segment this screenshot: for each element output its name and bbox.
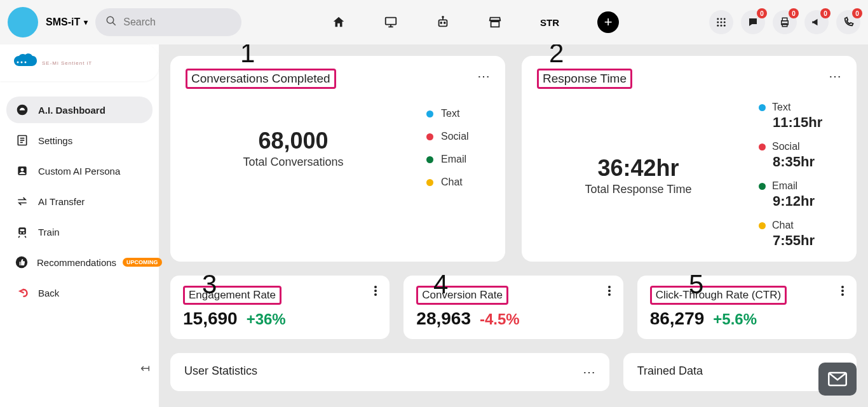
dot-icon — [426, 133, 433, 140]
apps-icon[interactable] — [709, 10, 733, 34]
svg-rect-2 — [386, 18, 397, 25]
svg-point-7 — [444, 22, 445, 23]
resp-text: Text 11:15hr — [759, 102, 841, 131]
more-icon[interactable]: ⋯ — [829, 69, 841, 84]
conversations-value: 68,000 — [186, 128, 401, 154]
dashboard-icon — [15, 103, 29, 116]
response-value: 36:42hr — [537, 155, 740, 182]
back-icon — [15, 286, 29, 299]
svg-point-14 — [721, 22, 722, 23]
dot-icon — [759, 104, 766, 111]
conversion-value: 28,963 — [416, 309, 471, 329]
ctr-value: 86,279 — [650, 309, 705, 329]
resp-chat: Chat 7:55hr — [759, 220, 841, 249]
search-box[interactable] — [95, 8, 241, 36]
card-title: Engagement Rate — [189, 289, 276, 301]
sidebar-item-label: Custom AI Persona — [38, 166, 120, 177]
more-icon[interactable] — [608, 286, 611, 296]
svg-point-12 — [724, 18, 726, 20]
card-title-highlight: Click-Through Rate (CTR) — [650, 286, 787, 305]
card-title: Conversations Completed — [191, 72, 330, 85]
card-title: Response Time — [543, 72, 627, 85]
phone-icon[interactable]: 0 — [836, 10, 860, 34]
legend-social: Social — [426, 131, 490, 142]
card-ctr: Click-Through Rate (CTR) 86,279 +5.6% — [637, 276, 857, 339]
dot-icon — [759, 183, 766, 190]
sidebar-item-label: A.I. Dashboard — [38, 105, 105, 116]
home-icon[interactable] — [332, 15, 346, 29]
svg-point-11 — [721, 18, 722, 20]
more-icon[interactable]: ⋯ — [583, 364, 595, 380]
svg-point-10 — [717, 18, 719, 20]
more-icon[interactable] — [841, 286, 844, 296]
ctr-change: +5.6% — [713, 310, 757, 328]
sidebar-item-train[interactable]: Train — [6, 218, 153, 245]
chat-icon[interactable]: 0 — [741, 10, 765, 34]
svg-point-33 — [20, 232, 22, 234]
legend-chat: Chat — [426, 177, 490, 188]
mail-fab[interactable] — [818, 363, 857, 396]
chevron-down-icon: ▾ — [84, 18, 88, 27]
badge: 0 — [757, 8, 767, 18]
engagement-value: 15,690 — [183, 309, 238, 329]
upcoming-tag: UPCOMING — [123, 258, 162, 267]
dot-icon — [426, 156, 433, 163]
sidebar-item-label: AI Transfer — [38, 196, 85, 207]
card-title: Trained Data — [637, 364, 703, 378]
card-conversion: Conversion Rate 28,963 -4.5% — [403, 276, 623, 339]
svg-point-13 — [717, 22, 719, 23]
response-label: Total Response Time — [537, 183, 740, 196]
card-title-highlight: Engagement Rate — [183, 286, 281, 305]
sidebar-item-settings[interactable]: Settings — [6, 127, 153, 154]
nav-str[interactable]: STR — [540, 17, 559, 28]
header-right: 0 0 0 0 — [709, 10, 860, 34]
engagement-change: +36% — [247, 310, 286, 328]
svg-line-1 — [112, 22, 116, 25]
dot-icon — [426, 110, 433, 117]
main: 1 2 3 4 5 Conversations Completed ⋯ 68,0… — [159, 44, 868, 407]
badge: 0 — [820, 8, 831, 18]
card-title-highlight: Conversations Completed — [186, 69, 336, 89]
conversion-change: -4.5% — [480, 310, 520, 328]
sidebar-item-label: Train — [38, 227, 60, 237]
response-legend: Text 11:15hr Social 8:35hr Email 9:12hr … — [759, 102, 841, 249]
avatar[interactable] — [8, 7, 38, 37]
collapse-icon[interactable]: ↤ — [140, 361, 150, 375]
svg-point-23 — [21, 62, 23, 63]
svg-point-15 — [724, 22, 726, 23]
robot-icon[interactable] — [436, 15, 450, 29]
nav-list: A.I. Dashboard Settings Custom AI Person… — [0, 89, 159, 401]
add-button[interactable]: + — [597, 11, 619, 33]
sidebar-item-persona[interactable]: Custom AI Persona — [6, 157, 153, 184]
svg-point-31 — [21, 168, 24, 171]
dot-icon — [759, 143, 766, 150]
megaphone-icon[interactable]: 0 — [804, 10, 829, 34]
svg-point-17 — [721, 25, 722, 27]
card-user-stats: User Statistics ⋯ — [170, 353, 609, 391]
sidebar-item-label: Settings — [38, 135, 72, 146]
sidebar-item-recommendations[interactable]: Recommendations UPCOMING — [6, 249, 153, 276]
logo-tagline: SE-Mi Sentient iT — [42, 60, 92, 66]
legend-text: Text — [426, 108, 490, 119]
sidebar-item-transfer[interactable]: AI Transfer — [6, 188, 153, 215]
more-icon[interactable] — [374, 286, 377, 296]
sidebar-item-back[interactable]: Back — [6, 279, 153, 306]
card-engagement: Engagement Rate 15,690 +36% — [170, 276, 390, 339]
svg-point-0 — [107, 17, 114, 23]
legend-email: Email — [426, 154, 490, 165]
svg-point-22 — [17, 62, 19, 63]
store-icon[interactable] — [488, 15, 502, 29]
search-icon — [105, 15, 117, 29]
transfer-icon — [15, 195, 29, 208]
sidebar-item-dashboard[interactable]: A.I. Dashboard — [6, 97, 153, 123]
org-select[interactable]: SMS-iT ▾ — [46, 17, 88, 28]
dot-icon — [759, 222, 766, 229]
mail-icon — [828, 371, 847, 387]
conversations-label: Total Conversations — [186, 156, 401, 169]
badge: 0 — [789, 8, 799, 18]
printer-icon[interactable]: 0 — [773, 10, 797, 34]
logo[interactable]: SMS-iT SE-Mi Sentient iT — [0, 44, 159, 81]
search-input[interactable] — [123, 17, 250, 28]
more-icon[interactable]: ⋯ — [477, 69, 490, 84]
monitor-icon[interactable] — [384, 15, 398, 29]
